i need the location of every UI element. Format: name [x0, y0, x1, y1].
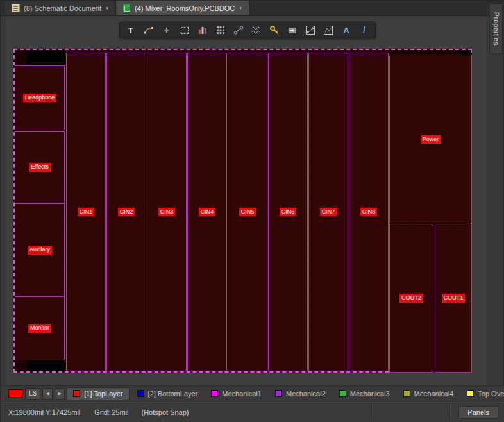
layer-tab-mechanical1[interactable]: Mechanical1 [205, 387, 267, 400]
chevron-down-icon: ▼ [239, 6, 242, 10]
layer-tab-label: Mechanical2 [286, 390, 326, 398]
snap-mode: (Hotspot Snap) [142, 409, 189, 416]
status-bar: X:19800mil Y:17425mil Grid: 25mil (Hotsp… [1, 401, 504, 422]
place-component-tool-icon[interactable] [194, 23, 211, 37]
cursor-coordinates: X:19800mil Y:17425mil [8, 409, 80, 416]
room-label[interactable]: CIN7 [320, 208, 337, 217]
room-cin8[interactable]: CIN8 [349, 53, 389, 371]
layer-color-swatch [403, 390, 410, 397]
select-area-tool-icon[interactable] [176, 23, 193, 37]
room-cin7[interactable]: CIN7 [308, 53, 348, 371]
room-cin6[interactable]: CIN6 [268, 53, 308, 371]
scroll-layers-left-button[interactable]: ◀ [42, 388, 53, 400]
place-string-tool-icon[interactable]: A [338, 23, 355, 37]
room-cin4[interactable]: CIN4 [187, 53, 227, 371]
signal-plot-tool-icon[interactable] [320, 23, 337, 37]
pcb-doc-icon [122, 4, 131, 12]
room-label[interactable]: CIN2 [118, 208, 135, 217]
layer-tab-label: Mechanical4 [414, 390, 454, 398]
panels-button[interactable]: Panels [458, 406, 498, 419]
active-layer-color-swatch[interactable] [8, 389, 23, 398]
layer-tab-mechanical2[interactable]: Mechanical2 [269, 387, 332, 400]
room-label[interactable]: COUT2 [399, 294, 423, 303]
room-cin2[interactable]: CIN2 [106, 53, 146, 371]
layer-color-swatch [73, 390, 80, 397]
pcb-board[interactable]: Headphone Effects Auxilary Monitor CIN1 … [13, 49, 472, 373]
room-label[interactable]: Monitor [28, 324, 51, 333]
place-text-tool-icon[interactable]: T [122, 23, 139, 37]
interactive-routing-tool-icon[interactable] [230, 23, 247, 37]
polygon-pour-tool-icon[interactable] [284, 23, 301, 37]
room-label[interactable]: CIN4 [199, 208, 216, 217]
room-cin3[interactable]: CIN3 [147, 53, 187, 371]
room-label[interactable]: CIN5 [239, 208, 256, 217]
layer-tabbar: LS ◀ ▶ [1] TopLayer [2] BottomLayer Mech… [1, 385, 504, 401]
room-label[interactable]: CIN1 [78, 208, 95, 217]
layer-tab-label: Mechanical3 [350, 390, 390, 398]
document-tabbar: (8) Schematic Document ▼ (4) Mixer_Rooms… [1, 1, 504, 16]
floating-toolbar: T + [119, 22, 376, 38]
room-cout1[interactable]: COUT1 [435, 224, 472, 373]
room-label[interactable]: Auxilary [28, 246, 52, 255]
statusbar-divider [449, 406, 451, 419]
layer-tab-topoverlay[interactable]: Top Overlay [461, 387, 504, 400]
place-line-tool-icon[interactable]: / [356, 23, 373, 37]
layer-color-swatch [137, 390, 144, 397]
differential-pair-routing-tool-icon[interactable] [248, 23, 265, 37]
place-pad-tool-icon[interactable]: + [158, 23, 175, 37]
statusbar-divider [371, 406, 373, 419]
layer-color-swatch [467, 390, 474, 397]
layer-tab-bottomlayer[interactable]: [2] BottomLayer [131, 387, 204, 400]
tab-schematic-document[interactable]: (8) Schematic Document ▼ [5, 1, 116, 15]
layer-color-swatch [211, 390, 218, 397]
room-label[interactable]: Effects [29, 163, 50, 172]
scroll-layers-right-button[interactable]: ▶ [55, 388, 65, 400]
grid-setting: Grid: 25mil [94, 409, 128, 416]
room-effects[interactable]: Effects [15, 131, 65, 203]
altium-window: (8) Schematic Document ▼ (4) Mixer_Rooms… [0, 0, 504, 422]
room-label[interactable]: CIN3 [158, 208, 176, 217]
room-label[interactable]: Power [421, 135, 441, 144]
room-cout2[interactable]: COUT2 [389, 224, 433, 373]
layer-tab-mechanical3[interactable]: Mechanical3 [333, 387, 396, 400]
place-arc-tool-icon[interactable] [140, 23, 157, 37]
layer-tab-label: [2] BottomLayer [148, 390, 198, 398]
layer-tab-label: [1] TopLayer [84, 390, 122, 398]
room-auxilary[interactable]: Auxilary [15, 203, 65, 297]
tab-pcb-document[interactable]: (4) Mixer_RoomsOnly.PCBDOC ▼ [116, 1, 249, 15]
dimension-tool-icon[interactable] [302, 23, 319, 37]
room-label[interactable]: COUT1 [442, 294, 466, 303]
chevron-down-icon: ▼ [105, 6, 109, 10]
layer-tab-label: Top Overlay [478, 390, 504, 398]
layer-color-swatch [339, 390, 346, 397]
tab-label: (8) Schematic Document [24, 4, 101, 12]
properties-panel-tab[interactable]: Properties [489, 4, 503, 54]
room-power[interactable]: Power [389, 56, 472, 223]
board-cutout [26, 359, 65, 371]
room-monitor[interactable]: Monitor [15, 296, 65, 360]
schematic-doc-icon [12, 4, 20, 12]
room-label[interactable]: CIN8 [360, 208, 378, 217]
layer-sets-button[interactable]: LS [25, 388, 40, 400]
paste-array-tool-icon[interactable] [212, 23, 229, 37]
room-cin5[interactable]: CIN5 [228, 53, 267, 371]
layer-tab-mechanical4[interactable]: Mechanical4 [398, 387, 460, 400]
board-cutout [26, 50, 65, 65]
layer-color-swatch [275, 390, 282, 397]
layer-tab-label: Mechanical1 [222, 390, 262, 398]
room-headphone[interactable]: Headphone [15, 65, 65, 130]
room-cin1[interactable]: CIN1 [66, 53, 106, 371]
room-label[interactable]: Headphone [23, 94, 57, 103]
tab-label: (4) Mixer_RoomsOnly.PCBDOC [135, 4, 235, 12]
room-label[interactable]: CIN6 [280, 208, 297, 217]
pcb-canvas[interactable]: T + [6, 16, 487, 385]
layer-tab-toplayer[interactable]: [1] TopLayer [67, 387, 129, 400]
keepout-key-tool-icon[interactable] [266, 23, 283, 37]
